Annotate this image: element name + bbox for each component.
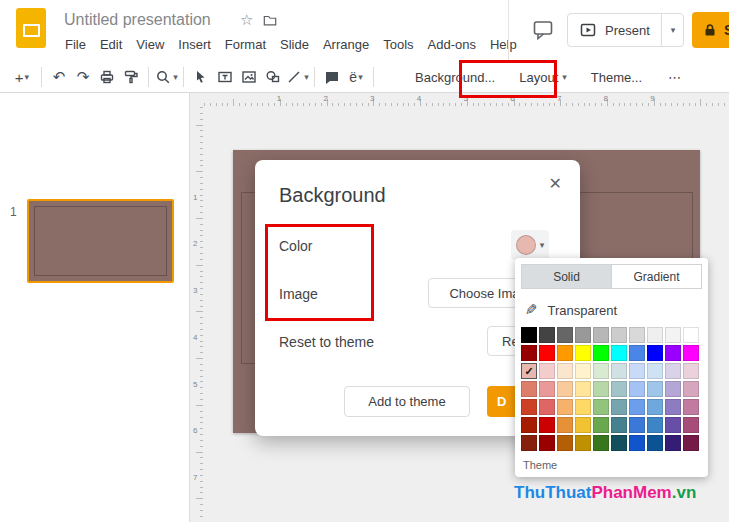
color-swatch-b45f06[interactable] (557, 435, 573, 451)
present-options-caret[interactable]: ▾ (661, 14, 684, 46)
color-swatch-980000[interactable] (521, 345, 537, 361)
color-swatch-ead1dc[interactable] (683, 363, 699, 379)
print-button[interactable] (95, 65, 119, 89)
color-swatch-134f5c[interactable] (611, 435, 627, 451)
toolbar-more-button[interactable]: ⋯ (660, 65, 689, 90)
color-swatch-674ea7[interactable] (665, 417, 681, 433)
insert-shape-button[interactable] (261, 65, 285, 89)
close-icon[interactable]: ✕ (545, 172, 566, 195)
color-swatch-b7b7b7[interactable] (593, 327, 609, 343)
color-swatch-ffd966[interactable] (575, 399, 591, 415)
layout-button[interactable]: Layout▾ (511, 65, 575, 90)
share-button[interactable]: S (692, 12, 729, 48)
color-swatch-e06666[interactable] (539, 399, 555, 415)
color-swatch-a61c00[interactable] (521, 417, 537, 433)
tab-solid[interactable]: Solid (521, 264, 612, 289)
document-title[interactable]: Untitled presentation (64, 11, 211, 29)
color-swatch-6fa8dc[interactable] (647, 399, 663, 415)
color-swatch-d5a6bd[interactable] (683, 381, 699, 397)
color-swatch-ffff00[interactable] (575, 345, 591, 361)
color-swatch-3d85c6[interactable] (647, 417, 663, 433)
color-swatch-990000[interactable] (539, 435, 555, 451)
color-swatch-ea9999[interactable] (539, 381, 555, 397)
color-swatch-00ffff[interactable] (611, 345, 627, 361)
transparent-option[interactable]: ✎ Transparent (521, 295, 702, 325)
comment-history-button[interactable] (530, 17, 556, 43)
color-swatch-d0e0e3[interactable] (611, 363, 627, 379)
color-swatch-b6d7a8[interactable] (593, 381, 609, 397)
special-character-button[interactable]: ё ▾ (344, 65, 368, 89)
color-swatch-00ff00[interactable] (593, 345, 609, 361)
menu-slide[interactable]: Slide (273, 33, 316, 56)
color-swatch-cc0000[interactable] (539, 417, 555, 433)
new-slide-button[interactable]: + ▾ (8, 65, 36, 89)
present-button[interactable]: Present ▾ (567, 13, 684, 47)
color-swatch-fce5cd[interactable] (557, 363, 573, 379)
color-swatch-bf9000[interactable] (575, 435, 591, 451)
color-swatch-76a5af[interactable] (611, 399, 627, 415)
color-swatch-ffffff[interactable] (683, 327, 699, 343)
theme-button[interactable]: Theme... (583, 65, 650, 90)
color-swatch-f4cccc[interactable] (539, 363, 555, 379)
color-swatch-f6b26b[interactable] (557, 399, 573, 415)
slides-logo[interactable] (16, 8, 46, 48)
color-swatch-000000[interactable] (521, 327, 537, 343)
color-swatch-d9d9d9[interactable] (629, 327, 645, 343)
tab-gradient[interactable]: Gradient (612, 264, 702, 289)
menu-insert[interactable]: Insert (171, 33, 218, 56)
color-swatch-cfe2f3[interactable] (647, 363, 663, 379)
color-swatch-cccccc[interactable] (611, 327, 627, 343)
color-swatch-a2c4c9[interactable] (611, 381, 627, 397)
menu-tools[interactable]: Tools (376, 33, 420, 56)
move-folder-icon[interactable] (262, 13, 278, 27)
color-swatch-0000ff[interactable] (647, 345, 663, 361)
color-swatch-3c78d8[interactable] (629, 417, 645, 433)
color-swatch-c27ba0[interactable] (683, 399, 699, 415)
slide-thumbnail[interactable] (27, 199, 174, 283)
color-swatch-fff2cc[interactable] (575, 363, 591, 379)
color-swatch-45818e[interactable] (611, 417, 627, 433)
color-swatch-351c75[interactable] (665, 435, 681, 451)
menu-edit[interactable]: Edit (93, 33, 129, 56)
color-swatch-f3f3f3[interactable] (665, 327, 681, 343)
menu-format[interactable]: Format (218, 33, 273, 56)
color-swatch-ff0000[interactable] (539, 345, 555, 361)
color-swatch-e69138[interactable] (557, 417, 573, 433)
color-swatch-c9daf8[interactable] (629, 363, 645, 379)
color-swatch-f1c232[interactable] (575, 417, 591, 433)
menu-help[interactable]: Help (483, 33, 524, 56)
color-swatch-a64d79[interactable] (683, 417, 699, 433)
redo-button[interactable]: ↷ (71, 65, 95, 89)
menu-arrange[interactable]: Arrange (316, 33, 376, 56)
menu-file[interactable]: File (58, 33, 93, 56)
zoom-button[interactable]: ▾ (154, 65, 178, 89)
color-swatch-cc4125[interactable] (521, 399, 537, 415)
insert-line-button[interactable]: ▾ (285, 65, 309, 89)
text-box-button[interactable] (213, 65, 237, 89)
color-swatch-9fc5e8[interactable] (647, 381, 663, 397)
add-to-theme-button[interactable]: Add to theme (344, 386, 470, 417)
color-swatch-9900ff[interactable] (665, 345, 681, 361)
color-swatch-6d9eeb[interactable] (629, 399, 645, 415)
color-swatch-0b5394[interactable] (647, 435, 663, 451)
color-swatch-f9cb9c[interactable] (557, 381, 573, 397)
insert-image-button[interactable] (237, 65, 261, 89)
color-swatch-999999[interactable] (575, 327, 591, 343)
color-swatch-1155cc[interactable] (629, 435, 645, 451)
color-swatch-ff00ff[interactable] (683, 345, 699, 361)
color-swatch-dd7e6b[interactable] (521, 381, 537, 397)
paint-format-button[interactable] (119, 65, 143, 89)
color-swatch-d9ead3[interactable] (593, 363, 609, 379)
color-swatch-ff9900[interactable] (557, 345, 573, 361)
color-swatch-434343[interactable] (539, 327, 555, 343)
star-icon[interactable]: ☆ (240, 11, 253, 29)
color-swatch-4a86e8[interactable] (629, 345, 645, 361)
menu-view[interactable]: View (129, 33, 171, 56)
color-swatch-85200c[interactable] (521, 435, 537, 451)
undo-button[interactable]: ↶ (47, 65, 71, 89)
color-swatch-93c47d[interactable] (593, 399, 609, 415)
background-color-picker-button[interactable]: ▾ (511, 230, 549, 260)
color-swatch-d9d2e9[interactable] (665, 363, 681, 379)
color-swatch-8e7cc3[interactable] (665, 399, 681, 415)
color-swatch-a4c2f4[interactable] (629, 381, 645, 397)
